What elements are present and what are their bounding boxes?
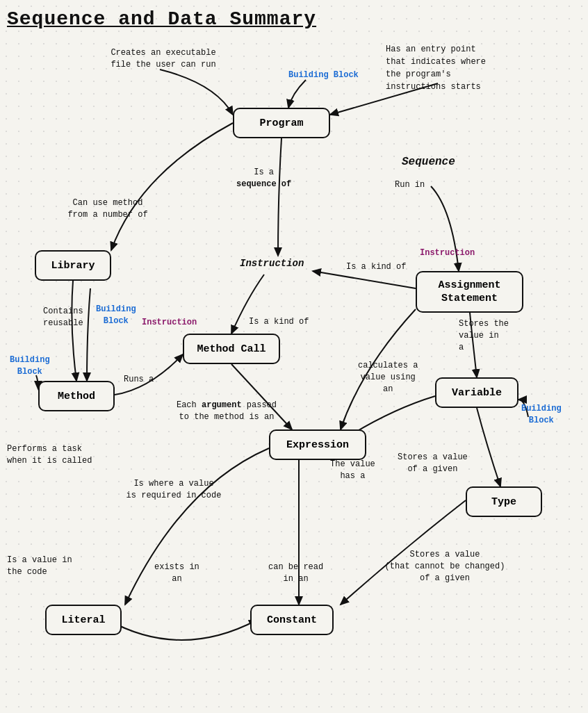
label-building-block-program: Building Block [288, 69, 359, 81]
label-can-use-method: Can use methodfrom a number of [52, 197, 163, 221]
label-sequence-heading: Sequence [402, 154, 455, 170]
node-expression: Expression [269, 429, 366, 460]
label-is-a-sequence-of: Is asequence of [236, 167, 291, 190]
page-title: Sequence and Data Summary [7, 8, 316, 30]
label-the-value-has: The valuehas a [330, 459, 375, 482]
node-program: Program [233, 108, 330, 138]
label-entry-point: Has an entry pointthat indicates whereth… [386, 43, 525, 93]
node-literal: Literal [45, 605, 122, 635]
node-method-call: Method Call [183, 334, 280, 364]
label-stores-value-in: Stores thevalue ina [459, 318, 509, 353]
label-each-argument: Each argument passedto the method is an [157, 400, 296, 423]
label-building-block-library: BuildingBlock [96, 304, 136, 327]
node-assignment-statement: AssignmentStatement [416, 271, 523, 313]
label-performs-task: Performs a taskwhen it is called [7, 443, 104, 467]
label-exists-in: exists inan [154, 562, 199, 585]
label-calculates-value: calculates avalue usingan [358, 360, 418, 395]
label-creates-executable: Creates an executablefile the user can r… [108, 47, 219, 71]
page: Sequence and Data Summary [0, 0, 588, 713]
label-instruction-tag-mc: Instruction [142, 317, 197, 329]
node-constant: Constant [250, 605, 334, 635]
label-instruction-tag-assignment: Instruction [420, 247, 475, 259]
label-is-kind-of-right: Is a kind of [346, 261, 406, 273]
label-building-block-method: BuildingBlock [10, 354, 50, 378]
label-can-be-read: can be readin an [268, 562, 323, 585]
node-variable: Variable [435, 377, 518, 408]
node-library: Library [35, 250, 111, 281]
label-is-where-value: Is where a valueis required in code [118, 478, 229, 502]
label-stores-value-given: Stores a valueof a given [398, 452, 468, 475]
node-type: Type [466, 486, 542, 517]
label-is-a-kind-of-mc: Is a kind of [249, 316, 309, 328]
label-building-block-variable: BuildingBlock [521, 403, 562, 427]
label-instruction-center: Instruction [240, 257, 304, 271]
label-run-in: Run in [395, 179, 425, 191]
label-stores-value-constant: Stores a value(that cannot be changed)of… [375, 549, 514, 584]
label-runs-a: Runs a [124, 374, 154, 386]
label-is-value-in-code: Is a value inthe code [7, 555, 72, 578]
node-method: Method [38, 381, 115, 411]
label-contains-reusable: Containsreusable [43, 306, 83, 329]
